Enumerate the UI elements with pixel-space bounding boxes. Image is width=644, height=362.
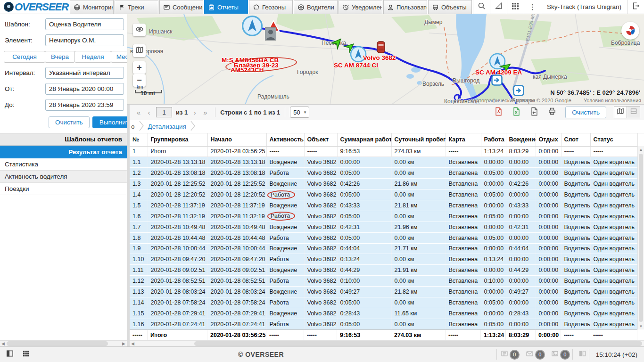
next-page-button[interactable]: ›: [190, 107, 200, 117]
table-row[interactable]: 1Итого2020-01-28 03:56:25----------9:16:…: [130, 146, 637, 157]
column-header[interactable]: Статус: [590, 133, 637, 146]
breadcrumb-item[interactable]: о: [131, 123, 135, 130]
table-row[interactable]: 1.42020-01-28 12:20:522020-01-28 12:20:5…: [130, 189, 637, 200]
more-menu-button[interactable]: ⋮: [524, 0, 541, 14]
route-step-marker[interactable]: [491, 74, 503, 88]
breadcrumb-item-detail[interactable]: Детализация: [148, 123, 186, 130]
column-header[interactable]: Вождение: [506, 133, 536, 146]
scroll-right-icon[interactable]: ▶: [121, 341, 127, 346]
templates-section-header[interactable]: Шаблоны отчетов: [0, 133, 127, 146]
element-select[interactable]: Нечипорук О.М.: [45, 34, 124, 46]
logout-button[interactable]: [627, 0, 644, 14]
table-row[interactable]: 1.102020-01-28 09:47:202020-01-28 09:47:…: [130, 254, 637, 265]
table-row[interactable]: 1.62020-01-28 11:32:192020-01-28 11:32:1…: [130, 211, 637, 222]
table-vertical-scrollbar[interactable]: ▲ ▼: [637, 146, 644, 329]
print-button[interactable]: [545, 106, 559, 118]
nav-tab-7[interactable]: Уведомления: [339, 0, 382, 14]
nav-tab-3[interactable]: Сообщения: [159, 0, 203, 14]
export-document-button[interactable]: [528, 106, 541, 118]
column-header[interactable]: Объект: [304, 133, 337, 146]
column-header[interactable]: Работа: [481, 133, 506, 146]
direction-arrow-marker[interactable]: [345, 41, 355, 54]
interval-select[interactable]: Указанный интервал: [45, 67, 124, 79]
zoom-in-button[interactable]: +: [133, 61, 146, 74]
table-row[interactable]: 1.22020-01-28 13:08:182020-01-28 13:08:1…: [130, 168, 637, 179]
table-row[interactable]: 1.32020-01-28 12:25:522020-01-28 12:25:5…: [130, 179, 637, 189]
messages-counter[interactable]: 0: [525, 350, 544, 359]
table-horizontal-scrollbar[interactable]: ◀: [130, 340, 644, 346]
nav-tab-6[interactable]: Водители: [294, 0, 338, 14]
table-row[interactable]: 1.142020-01-28 07:58:242020-01-28 07:58:…: [130, 297, 637, 308]
scroll-up-icon[interactable]: ▲: [638, 146, 644, 153]
column-header[interactable]: №: [130, 133, 148, 146]
map-view-toggle[interactable]: [614, 106, 627, 118]
page-size-select[interactable]: 50 ▾: [290, 107, 309, 118]
table-row[interactable]: 1.92020-01-28 10:00:442020-01-28 10:00:4…: [130, 243, 637, 254]
grid-view-button[interactable]: [20, 349, 32, 360]
column-header[interactable]: Карта: [446, 133, 481, 146]
from-datetime-input[interactable]: 28 Январь 2020 00:00: [45, 83, 124, 95]
route-step-marker[interactable]: [513, 85, 524, 98]
range-week-button[interactable]: Неделя: [74, 51, 111, 63]
scroll-left-icon[interactable]: ◀: [130, 341, 136, 346]
sidebar-horizontal-scrollbar[interactable]: ◀ ▶: [0, 340, 127, 346]
layout-button[interactable]: [577, 349, 589, 360]
run-report-button[interactable]: Выполнить: [92, 116, 127, 128]
visibility-button[interactable]: [133, 24, 146, 36]
table-row[interactable]: 1.82020-01-28 10:44:482020-01-28 10:44:4…: [130, 232, 637, 243]
range-month-button[interactable]: Месяц: [111, 51, 127, 63]
vehicle-position-marker[interactable]: [241, 15, 263, 39]
table-row[interactable]: 1.152020-01-28 07:29:412020-01-28 07:29:…: [130, 308, 637, 319]
apps-button[interactable]: [507, 0, 524, 14]
nav-tab-9[interactable]: Объекты: [428, 0, 472, 14]
table-row[interactable]: 1.12020-01-28 13:13:182020-01-28 13:13:1…: [130, 157, 637, 168]
scroll-down-icon[interactable]: ▼: [638, 323, 644, 329]
clear-button[interactable]: Очистить: [49, 116, 90, 128]
sidebar-report-item[interactable]: Статистика: [0, 158, 127, 171]
table-row[interactable]: 1.112020-01-28 09:02:512020-01-28 09:02:…: [130, 265, 637, 276]
table-row[interactable]: 1.132020-01-28 08:03:242020-01-28 08:03:…: [130, 287, 637, 297]
table-row[interactable]: 1.52020-01-28 11:37:192020-01-28 11:37:1…: [130, 200, 637, 211]
column-header[interactable]: Суточный пробег: [391, 133, 446, 146]
result-section-header[interactable]: Результат отчета: [0, 146, 127, 158]
export-pdf-button[interactable]: [492, 106, 505, 118]
template-select[interactable]: Оценка Водителя: [45, 18, 124, 30]
to-datetime-input[interactable]: 28 Январь 2020 23:59: [45, 99, 124, 111]
sidebar-report-item[interactable]: Активность водителя: [0, 171, 127, 183]
table-row[interactable]: 1.122020-01-28 08:52:512020-01-28 08:52:…: [130, 276, 637, 287]
car-marker[interactable]: [376, 41, 386, 56]
vehicle-name-label[interactable]: Volvo 3682: [363, 54, 396, 61]
search-button[interactable]: [473, 0, 490, 14]
nav-tab-5[interactable]: Геозоны: [249, 0, 293, 14]
nav-tab-2[interactable]: Треки: [115, 0, 158, 14]
table-row[interactable]: 1.162020-01-28 07:24:412020-01-28 07:24:…: [130, 319, 637, 329]
column-header[interactable]: Активность: [266, 133, 304, 146]
prev-page-button[interactable]: ‹: [144, 107, 154, 117]
page-number-input[interactable]: [156, 107, 172, 117]
sidebar-report-item[interactable]: Поездки: [0, 183, 127, 195]
column-header[interactable]: Отдых: [536, 133, 561, 146]
terms-link[interactable]: Условия использования: [584, 98, 641, 103]
nav-tab-4[interactable]: Отчеты: [204, 0, 248, 14]
export-excel-button[interactable]: [510, 106, 523, 118]
column-header[interactable]: Начало: [207, 133, 266, 146]
clear-results-button[interactable]: Очистить: [565, 107, 606, 118]
scroll-left-icon[interactable]: ◀: [0, 341, 6, 346]
vehicle-name-label[interactable]: SC AM 8744 CI: [334, 62, 378, 69]
column-header[interactable]: Группировка: [148, 133, 207, 146]
vehicle-name-label[interactable]: SC AM 4209 EA: [475, 69, 522, 76]
toggle-sidebar-button[interactable]: [4, 349, 16, 360]
column-header[interactable]: Суммарная работа: [337, 133, 391, 146]
news-counter[interactable]: 0: [500, 350, 519, 359]
first-page-button[interactable]: «: [133, 107, 144, 117]
images-counter[interactable]: 0: [551, 350, 569, 359]
measure-button[interactable]: [490, 0, 507, 14]
direction-arrow-marker[interactable]: [332, 37, 343, 50]
map-panel[interactable]: E101-E95-M01 Иршансквая БороваяПесковкаГ…: [127, 14, 644, 105]
column-header[interactable]: Слот: [561, 133, 590, 146]
account-label[interactable]: Sky-Track (Trans Unigran): [541, 0, 627, 14]
range-yesterday-button[interactable]: Вчера: [45, 51, 75, 63]
split-view-toggle[interactable]: [627, 106, 640, 118]
range-today-button[interactable]: Сегодня: [4, 51, 45, 63]
nav-tab-8[interactable]: Пользователи: [383, 0, 427, 14]
